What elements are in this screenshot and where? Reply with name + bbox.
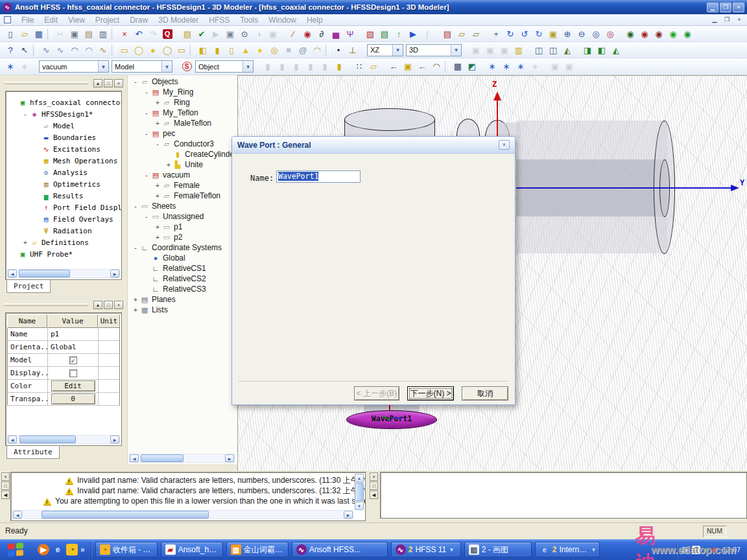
expander-icon[interactable]: - (132, 78, 139, 86)
move-button[interactable]: ◨ (580, 43, 595, 57)
cs-face-align-button[interactable]: ∗ (499, 60, 514, 73)
cylinder-tool-button[interactable]: ▮ (332, 60, 346, 73)
redo-button[interactable]: ↷ (146, 27, 160, 41)
rotate-model-center-button[interactable]: ↻ (503, 27, 517, 41)
quicklaunch-internet-explorer[interactable]: e (52, 544, 64, 555)
draw-bondwire-button[interactable]: ◠ (310, 43, 324, 57)
task-kingsoft-dict[interactable]: ▥金山词霸20... (226, 542, 289, 557)
title-bar[interactable]: ∿ Ansoft HFSS - hfss_coaxial connector -… (0, 0, 747, 14)
context-help-button[interactable]: ↖ (18, 43, 32, 57)
show-selection-button[interactable]: ◉ (666, 27, 680, 41)
close-icon[interactable]: × (1, 472, 10, 481)
draw-oval-button[interactable]: ◯ (160, 43, 174, 57)
view-redo-button[interactable]: ▣ (562, 60, 576, 73)
snap-mode-button[interactable]: ∷ (352, 60, 366, 73)
show-all-button[interactable]: ◉ (680, 27, 694, 41)
quick-launch-chevron-icon[interactable]: » (80, 545, 85, 554)
selection-mode-combo[interactable]: Object▾ (195, 60, 254, 73)
new-folder-button[interactable]: ▱ (366, 60, 381, 73)
draw-point-button[interactable]: • (331, 43, 346, 57)
gray-tool-3-button[interactable]: ▮ (289, 60, 303, 73)
tab-project[interactable]: Project (6, 280, 51, 293)
menu-edit[interactable]: Edit (44, 16, 58, 25)
tree-node-unassigned[interactable]: -▭Unassigned (128, 211, 237, 222)
draw-cylinder-button[interactable]: ▮ (210, 43, 224, 57)
tree-node-field-overlays[interactable]: ▤Field Overlays (6, 213, 121, 225)
tree-node-lists[interactable]: +▩Lists (128, 305, 237, 315)
draw-helix-button[interactable]: ≡ (281, 43, 296, 57)
c s-edge-align-button[interactable]: ∗ (514, 60, 528, 73)
tree-node-my-teflon[interactable]: -▤My_Teflon (128, 108, 237, 118)
draw-box-button[interactable]: ◧ (196, 43, 210, 57)
menu-view[interactable]: View (68, 16, 85, 25)
expander-icon[interactable]: - (21, 111, 29, 118)
pan-button[interactable]: + (489, 27, 503, 41)
boolean-subtract-button[interactable]: ▣ (483, 43, 497, 57)
cylinder-top-face[interactable] (344, 108, 435, 131)
rotate-button[interactable]: ◧ (595, 43, 609, 57)
draw-circle-button[interactable]: ● (146, 43, 160, 57)
tray-agent-green-icon[interactable]: ● (704, 545, 708, 554)
scroll-thumb[interactable] (19, 270, 70, 277)
assign-material-button[interactable]: ▧ (363, 27, 377, 41)
solution-profile-button[interactable]: ▣ (266, 27, 280, 41)
dock-grip[interactable] (4, 82, 88, 84)
tree-node-planes[interactable]: +▤Planes (128, 294, 237, 305)
assign-boundary-button[interactable]: ▤ (377, 27, 392, 41)
tree-node-coordinate-systems[interactable]: -∟Coordinate Systems (128, 242, 237, 253)
project-panel-caption[interactable]: ▲ □ × (0, 75, 127, 91)
show-hidden-objects-button[interactable]: ◉ (623, 27, 637, 41)
delete-button[interactable]: × (117, 27, 132, 41)
draw-spline-button[interactable]: ∿ (53, 43, 67, 57)
message-row[interactable]: Invalid part name: Valid characters are … (11, 475, 365, 485)
tree-node-p1[interactable]: +▭p1 (128, 222, 237, 232)
expander-icon[interactable]: - (143, 110, 150, 117)
modeler-tree-hscrollbar[interactable]: ◀ ▶ (129, 454, 235, 463)
panel-maximize-icon[interactable]: □ (104, 301, 113, 309)
assign-excitation-button[interactable]: ↑ (392, 27, 406, 41)
tree-node-conductor3[interactable]: -▱Conductor3 (128, 139, 237, 149)
zoom-selection-button[interactable]: ◎ (603, 27, 617, 41)
dialog-close-icon[interactable]: × (499, 140, 510, 150)
tree-node-ring[interactable]: +▱Ring (128, 97, 237, 108)
draw-spiral-button[interactable]: @ (296, 43, 310, 57)
scroll-right-icon[interactable]: ▶ (110, 270, 119, 277)
draw-cone-button[interactable]: ▲ (239, 43, 253, 57)
measure-arc-button[interactable]: ◠ (429, 60, 444, 73)
new-section-button[interactable]: ▤ (440, 27, 455, 41)
tray-keyboard-icon[interactable]: ▦ (682, 545, 689, 554)
expander-icon[interactable]: + (165, 161, 172, 169)
cs-create-button[interactable]: ∗ (485, 60, 499, 73)
task-ansoft-pdf[interactable]: ▰Ansoft_hfss... (161, 542, 223, 557)
tree-node-results[interactable]: ▅Results (6, 190, 121, 202)
expander-icon[interactable]: + (132, 296, 139, 303)
measure-box-button[interactable]: ▣ (401, 60, 415, 73)
boolean-intersect-button[interactable]: ▣ (497, 43, 512, 57)
open-file-button[interactable]: ▱ (18, 27, 32, 41)
scroll-up-icon[interactable]: ▲ (355, 474, 364, 482)
fit-all-button[interactable]: ▣ (546, 27, 560, 41)
tree-node-definitions[interactable]: +▱Definitions (6, 237, 121, 248)
tree-node-femaleteflon[interactable]: +▱FemaleTeflon (128, 191, 237, 201)
draw-torus-button[interactable]: ◎ (267, 43, 281, 57)
tree-node-boundaries[interactable]: ▬Boundaries (6, 132, 121, 143)
panel-maximize-icon[interactable]: □ (104, 79, 113, 88)
tree-node-objects[interactable]: -▱Objects (128, 76, 237, 87)
tree-node-uhf-probe[interactable]: ▣UHF Probe* (6, 248, 121, 260)
project-tree-hscrollbar[interactable]: ◀ ▶ (7, 269, 120, 278)
task-hfss11-group[interactable]: ∿2HFSS 11▾ (391, 542, 461, 557)
dock-grip[interactable] (4, 303, 88, 306)
scroll-thumb[interactable] (355, 483, 364, 501)
duplicate-mirror-button[interactable]: ◭ (560, 43, 575, 57)
save-button[interactable]: ▦ (32, 27, 46, 41)
validation-check-button[interactable]: ✔ (195, 27, 209, 41)
expander-icon[interactable]: - (143, 213, 150, 220)
tree-node-excitations[interactable]: ∿Excitations (6, 143, 121, 155)
draw-rectangle-button[interactable]: ▭ (117, 43, 132, 57)
draw-polyhedron-button[interactable]: ▯ (224, 43, 239, 57)
view-orientation-dropdown-icon[interactable]: ▾ (451, 45, 461, 56)
tree-node-female[interactable]: +▱Female (128, 180, 237, 191)
tree-node-analysis[interactable]: ⊙Analysis (6, 167, 121, 178)
display-checkbox[interactable] (69, 369, 77, 377)
dock-left-icon[interactable]: ◀ (1, 491, 10, 499)
